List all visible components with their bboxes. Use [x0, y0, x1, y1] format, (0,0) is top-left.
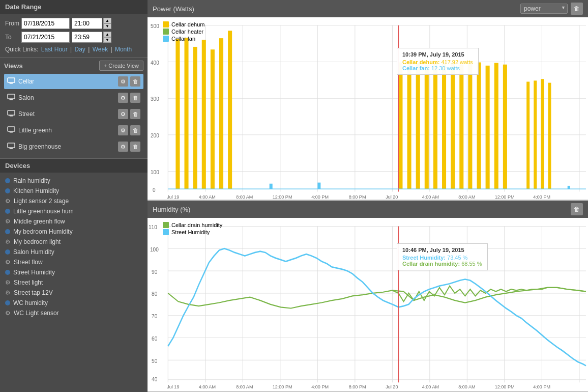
- legend-item-cellar-drain: Cellar drain humidity: [163, 222, 222, 228]
- view-gear-street[interactable]: ⚙: [118, 109, 128, 119]
- views-header: Views + Create View: [4, 61, 143, 71]
- device-item-my-bedroom-light[interactable]: ⚙ My bedroom light: [4, 237, 143, 247]
- quick-link-month[interactable]: Month: [115, 46, 132, 53]
- svg-text:Jul 19: Jul 19: [167, 194, 179, 200]
- view-gear-big-greenhouse[interactable]: ⚙: [118, 142, 128, 152]
- device-item-street-light[interactable]: ⚙ Street light: [4, 277, 143, 288]
- humidity-chart-header: Humidity (%) 🗑: [148, 201, 588, 218]
- gear-icon: ⚙: [5, 218, 11, 225]
- svg-rect-53: [442, 63, 446, 189]
- legend-label-heater: Cellar heater: [171, 29, 203, 35]
- from-time-input[interactable]: [72, 18, 102, 29]
- device-item-my-bedroom-humidity[interactable]: My bedroom Humidity: [4, 227, 143, 237]
- svg-rect-12: [8, 143, 15, 148]
- power-chart-panel: Power (Watts) power humidity temperature…: [148, 0, 588, 201]
- to-time-input[interactable]: [72, 32, 102, 43]
- svg-rect-54: [451, 64, 455, 189]
- humidity-legend: Cellar drain humidity Street Humidity: [163, 222, 222, 236]
- svg-rect-6: [8, 110, 15, 115]
- from-spin-down[interactable]: ▼: [103, 23, 111, 29]
- to-spin-up[interactable]: ▲: [103, 32, 111, 37]
- water-icon: [5, 209, 10, 214]
- gear-icon: ⚙: [5, 198, 11, 205]
- humidity-trash-button[interactable]: 🗑: [571, 203, 583, 215]
- power-trash-button[interactable]: 🗑: [571, 3, 583, 15]
- power-chart-title: Power (Watts): [153, 5, 194, 13]
- gear-icon: ⚙: [5, 279, 11, 286]
- svg-text:40: 40: [152, 376, 157, 382]
- view-item-salon[interactable]: Salon ⚙ 🗑: [4, 90, 143, 105]
- svg-rect-45: [228, 31, 232, 189]
- view-trash-salon[interactable]: 🗑: [130, 93, 140, 103]
- view-gear-little-greenh[interactable]: ⚙: [118, 125, 128, 135]
- water-icon: [5, 188, 10, 193]
- device-item-wc-light-sensor[interactable]: ⚙ WC Light sensor: [4, 308, 143, 318]
- device-name: Street Humidity: [13, 269, 55, 276]
- device-item-street-tap-12v[interactable]: ⚙ Street tap 12V: [4, 288, 143, 298]
- quick-link-last-hour[interactable]: Last Hour: [41, 46, 68, 53]
- sidebar: Date Range From ▲ ▼ To ▲ ▼ Quick Links: …: [0, 0, 148, 392]
- water-icon: [5, 249, 10, 255]
- device-item-little-greenhouse-hum[interactable]: Little greenhouse hum: [4, 206, 143, 216]
- view-item-cellar[interactable]: Cellar ⚙ 🗑: [4, 74, 143, 89]
- svg-rect-43: [211, 49, 215, 189]
- power-chart-body: 500 400 300 200 100 0: [148, 17, 588, 200]
- water-icon: [5, 229, 10, 234]
- view-gear-salon[interactable]: ⚙: [118, 93, 128, 103]
- to-spin-down[interactable]: ▼: [103, 37, 111, 43]
- monitor-svg-little-greenh: [7, 126, 15, 133]
- view-name-cellar: Cellar: [18, 78, 118, 85]
- legend-color-drain: [163, 222, 169, 228]
- svg-text:400: 400: [151, 60, 159, 66]
- view-item-little-greenh[interactable]: Little greenh ⚙ 🗑: [4, 123, 143, 138]
- monitor-icon-big-greenhouse: [7, 143, 15, 151]
- svg-text:8:00 AM: 8:00 AM: [458, 194, 475, 200]
- device-name: Middle greenh flow: [14, 218, 65, 225]
- device-item-street-flow[interactable]: ⚙ Street flow: [4, 257, 143, 267]
- svg-text:500: 500: [151, 23, 159, 29]
- to-label: To: [5, 34, 21, 41]
- svg-rect-9: [8, 127, 15, 131]
- svg-rect-59: [494, 63, 498, 189]
- view-gear-cellar[interactable]: ⚙: [118, 76, 128, 87]
- svg-text:Jul 20: Jul 20: [386, 194, 398, 200]
- svg-text:4:00 AM: 4:00 AM: [422, 194, 439, 200]
- to-spin: ▲ ▼: [103, 32, 111, 43]
- svg-text:4:00 PM: 4:00 PM: [311, 384, 329, 389]
- svg-rect-64: [548, 83, 551, 189]
- device-item-kitchen-humidity[interactable]: Kitchen Humidity: [4, 186, 143, 196]
- from-label: From: [5, 20, 21, 27]
- device-item-light-sensor-2-stage[interactable]: ⚙ Light sensor 2 stage: [4, 196, 143, 206]
- device-item-salon-humidity[interactable]: Salon Humidity: [4, 247, 143, 257]
- device-item-rain-humidity[interactable]: Rain humidity: [4, 176, 143, 186]
- views-section: Views + Create View Cellar ⚙ 🗑: [0, 57, 148, 158]
- power-chart-controls: power humidity temperature 🗑: [520, 3, 583, 15]
- svg-rect-51: [425, 65, 429, 189]
- view-name-salon: Salon: [18, 94, 118, 101]
- from-spin-up[interactable]: ▲: [103, 18, 111, 23]
- view-trash-little-greenh[interactable]: 🗑: [130, 125, 140, 135]
- device-item-middle-greenh-flow[interactable]: ⚙ Middle greenh flow: [4, 216, 143, 227]
- power-dropdown-wrap: power humidity temperature: [520, 4, 568, 14]
- quick-link-day[interactable]: Day: [75, 46, 85, 53]
- view-trash-cellar[interactable]: 🗑: [130, 76, 140, 87]
- svg-text:12:00 PM: 12:00 PM: [273, 194, 292, 200]
- view-trash-street[interactable]: 🗑: [130, 109, 140, 119]
- legend-item-street-humidity: Street Humidity: [163, 229, 222, 235]
- to-row: To ▲ ▼: [5, 32, 142, 43]
- quick-link-week[interactable]: Week: [93, 46, 108, 53]
- view-item-street[interactable]: Street ⚙ 🗑: [4, 106, 143, 122]
- device-item-wc-humidity[interactable]: WC humidity: [4, 298, 143, 308]
- view-item-big-greenhouse[interactable]: Big greenhouse ⚙ 🗑: [4, 139, 143, 154]
- power-dropdown[interactable]: power humidity temperature: [520, 4, 568, 14]
- monitor-icon-salon: [7, 94, 15, 102]
- to-date-input[interactable]: [21, 32, 70, 43]
- create-view-button[interactable]: + Create View: [99, 61, 143, 71]
- svg-text:300: 300: [151, 96, 159, 102]
- device-item-street-humidity[interactable]: Street Humidity: [4, 267, 143, 277]
- svg-text:4:00 AM: 4:00 AM: [422, 384, 439, 389]
- svg-rect-55: [459, 65, 463, 189]
- svg-text:12:00 PM: 12:00 PM: [495, 194, 515, 200]
- from-date-input[interactable]: [21, 18, 70, 29]
- view-trash-big-greenhouse[interactable]: 🗑: [130, 142, 140, 152]
